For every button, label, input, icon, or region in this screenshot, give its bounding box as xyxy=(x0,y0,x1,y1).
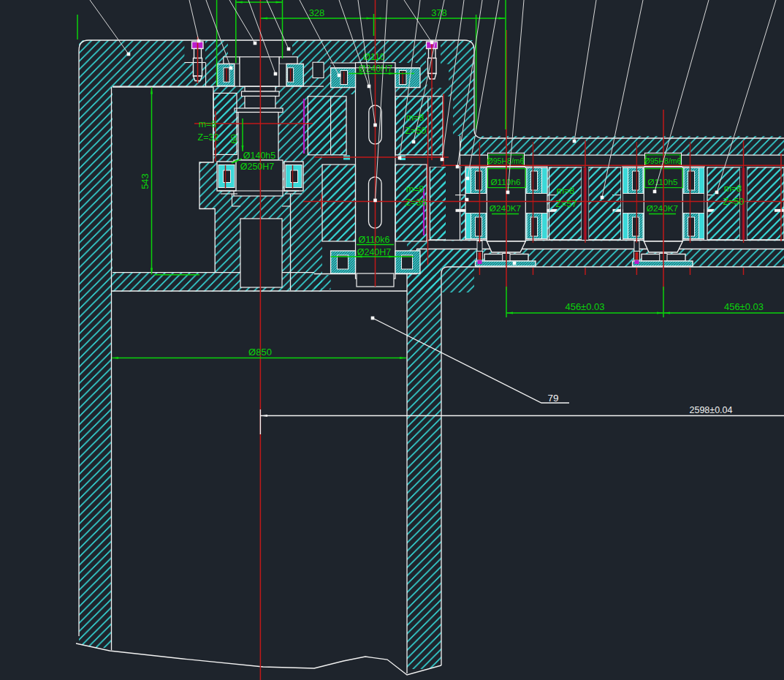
svg-text:Z=57: Z=57 xyxy=(556,199,577,209)
svg-text:456±0.03: 456±0.03 xyxy=(565,301,604,312)
svg-text:m=8: m=8 xyxy=(724,184,742,194)
svg-text:Ø240K7: Ø240K7 xyxy=(490,203,521,214)
svg-text:m=8: m=8 xyxy=(406,184,425,194)
svg-text:2598±0.04: 2598±0.04 xyxy=(690,405,733,415)
svg-text:m=8: m=8 xyxy=(406,113,425,123)
svg-text:Ø850: Ø850 xyxy=(248,347,272,358)
svg-text:378: 378 xyxy=(431,7,447,18)
svg-text:Ø140h5: Ø140h5 xyxy=(243,151,276,161)
svg-text:Z=50: Z=50 xyxy=(723,197,745,207)
svg-text:Z=36: Z=36 xyxy=(406,197,427,208)
svg-text:Ø110k6: Ø110k6 xyxy=(359,235,390,245)
svg-text:Z=32: Z=32 xyxy=(198,132,219,143)
svg-text:Ø110h6: Ø110h6 xyxy=(490,177,521,187)
svg-text:60: 60 xyxy=(229,135,238,144)
svg-text:456±0.03: 456±0.03 xyxy=(724,301,764,312)
svg-text:Ø240H7: Ø240H7 xyxy=(357,247,392,257)
svg-text:Ø110h5: Ø110h5 xyxy=(647,177,678,187)
svg-text:79: 79 xyxy=(547,393,558,404)
svg-text:Ø95H8/m6: Ø95H8/m6 xyxy=(487,156,525,165)
svg-text:Ø240K7: Ø240K7 xyxy=(647,203,678,214)
svg-text:m=8: m=8 xyxy=(557,186,575,196)
svg-text:328: 328 xyxy=(309,7,325,18)
svg-text:Ø250H7: Ø250H7 xyxy=(240,162,275,172)
svg-text:m=8: m=8 xyxy=(199,119,217,129)
svg-text:543: 543 xyxy=(140,173,151,189)
svg-text:Ø240H7: Ø240H7 xyxy=(359,64,393,74)
